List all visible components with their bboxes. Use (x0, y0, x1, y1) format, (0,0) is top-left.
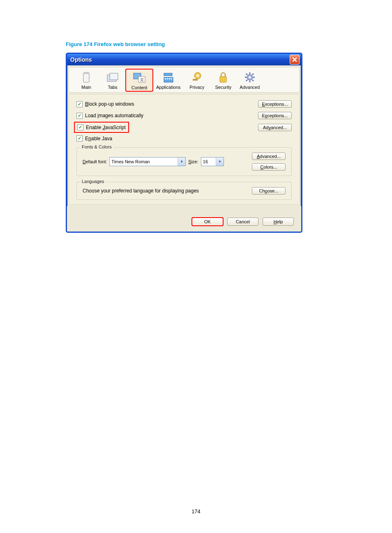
tab-label: Applications (156, 85, 180, 90)
svg-point-15 (196, 74, 199, 77)
close-button[interactable] (290, 55, 300, 65)
enable-java-label: Enable Java (85, 136, 112, 141)
svg-point-26 (249, 76, 251, 79)
languages-group: Languages Choose your preferred language… (76, 182, 292, 200)
load-images-checkbox[interactable] (76, 113, 83, 119)
tab-main[interactable]: Main (73, 69, 99, 91)
font-size-select[interactable]: 16 ▼ (201, 157, 224, 166)
svg-rect-3 (110, 73, 118, 80)
popups-exceptions-button[interactable]: Exceptions... (258, 100, 292, 108)
tab-label: Tabs (108, 85, 117, 90)
category-toolbar: Main Tabs 页 Content Applications Privacy (69, 67, 300, 93)
languages-text: Choose your preferred language for displ… (83, 188, 199, 194)
enable-js-row: Enable JavaScript Advanced... (76, 123, 292, 131)
default-font-label: Default font: (83, 159, 107, 164)
tab-applications[interactable]: Applications (153, 69, 184, 91)
dialog-button-row: OK Cancel Help (67, 206, 301, 232)
tab-label: Main (81, 85, 91, 90)
window-title: Options (70, 56, 92, 63)
content-panel: Block pop-up windows Exceptions... Load … (69, 94, 300, 204)
tabs-icon (106, 71, 119, 84)
cancel-button[interactable]: Cancel (227, 218, 258, 226)
enable-java-row: Enable Java (76, 135, 292, 141)
main-icon (80, 71, 93, 84)
privacy-icon (190, 71, 203, 84)
tab-label: Privacy (189, 85, 204, 90)
colors-button[interactable]: Colors... (252, 163, 286, 171)
dropdown-icon: ▼ (178, 158, 185, 166)
block-popups-row: Block pop-up windows Exceptions... (76, 100, 292, 108)
close-icon (292, 57, 297, 62)
languages-choose-button[interactable]: Choose... (252, 187, 286, 195)
enable-java-checkbox[interactable] (76, 135, 83, 141)
default-font-value: Times New Roman (111, 159, 150, 164)
help-button[interactable]: Help (263, 218, 294, 226)
fonts-colors-group: Fonts & Colors Default font: Times New R… (76, 147, 292, 176)
font-size-value: 16 (203, 159, 208, 164)
svg-rect-9 (165, 78, 166, 79)
default-font-select[interactable]: Times New Roman ▼ (109, 157, 186, 166)
tab-label: Advanced (240, 85, 260, 90)
svg-text:页: 页 (140, 78, 144, 82)
block-popups-label: Block pop-up windows (85, 101, 134, 107)
applications-icon (162, 71, 175, 84)
languages-legend: Languages (80, 179, 106, 184)
svg-line-22 (246, 74, 247, 75)
advanced-icon (243, 71, 256, 84)
svg-rect-10 (167, 78, 168, 79)
tab-advanced[interactable]: Advanced (236, 69, 263, 91)
block-popups-checkbox[interactable] (76, 101, 83, 107)
svg-line-25 (246, 80, 247, 81)
tab-content[interactable]: 页 Content (126, 69, 153, 91)
tab-security[interactable]: Security (210, 69, 236, 91)
content-icon: 页 (133, 71, 146, 84)
block-popups-text: lock pop-up windows (88, 101, 134, 107)
dropdown-icon: ▼ (216, 158, 224, 166)
js-advanced-button[interactable]: Advanced... (258, 124, 292, 131)
titlebar: Options (67, 54, 301, 65)
svg-rect-11 (169, 78, 170, 79)
size-label: Size: (188, 159, 198, 164)
svg-rect-16 (220, 76, 226, 82)
security-icon (217, 71, 230, 84)
tab-tabs[interactable]: Tabs (99, 69, 126, 91)
tab-label: Content (131, 85, 148, 90)
figure-caption: Figure 174 Firefox web browser setting (66, 41, 165, 47)
svg-rect-8 (164, 77, 173, 82)
options-dialog: Options Main Tabs 页 Content (66, 53, 302, 233)
svg-line-24 (252, 74, 254, 75)
fonts-advanced-button[interactable]: Advanced... (252, 153, 286, 160)
enable-js-label: Enable JavaScript (86, 125, 126, 130)
svg-rect-12 (171, 78, 172, 79)
page-number: 174 (0, 508, 392, 514)
load-images-row: Load images automatically Exceptions... (76, 112, 292, 119)
ok-button[interactable]: OK (192, 218, 223, 226)
svg-rect-14 (193, 79, 198, 81)
load-images-label: Load images automatically (85, 113, 143, 118)
tab-label: Security (215, 85, 231, 90)
images-exceptions-button[interactable]: Exceptions... (258, 112, 292, 119)
svg-rect-7 (164, 73, 172, 76)
svg-rect-1 (83, 72, 89, 74)
svg-line-23 (252, 80, 254, 81)
tab-privacy[interactable]: Privacy (184, 69, 210, 91)
enable-js-checkbox[interactable] (77, 124, 83, 130)
fonts-colors-legend: Fonts & Colors (80, 144, 113, 149)
